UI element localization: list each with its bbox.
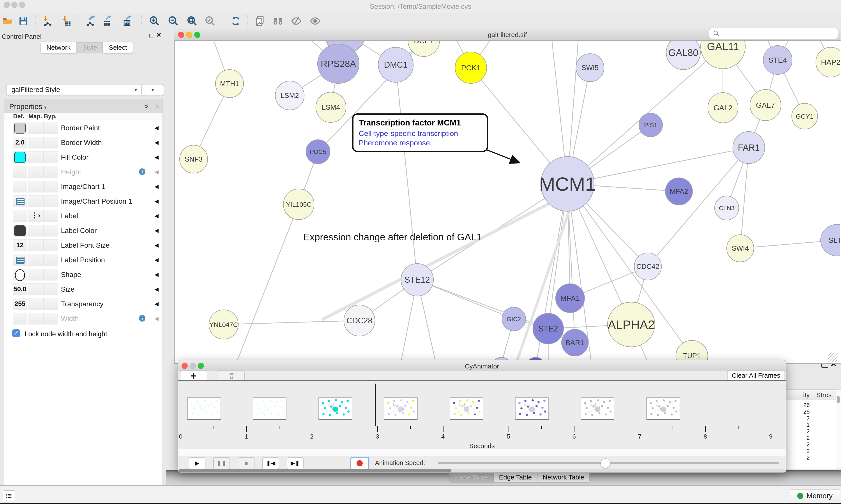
property-row-label-color[interactable]: Label Color◀ [4, 223, 162, 238]
bypass-cell[interactable] [43, 239, 58, 251]
mapping-cell[interactable] [28, 298, 42, 310]
expand-property-icon[interactable]: ◀ [155, 316, 159, 322]
network-canvas[interactable]: RPS28ADMC1DCP1PCK1SWI5GAL80GAL11STE4HAP2… [175, 41, 840, 363]
clone-network-icon[interactable] [254, 15, 266, 27]
expand-property-icon[interactable]: ◀ [155, 301, 159, 307]
tab-edge-table[interactable]: Edge Table [494, 472, 537, 483]
style-selector-dropdown[interactable]: galFiltered Style ▾ [6, 84, 142, 96]
record-button[interactable] [351, 457, 369, 471]
default-value-cell[interactable] [13, 166, 27, 178]
tab-network-table[interactable]: Network Table [537, 472, 590, 483]
export-image-icon[interactable] [122, 15, 133, 27]
timeline-ruler[interactable] [178, 426, 786, 426]
find-icon[interactable] [272, 15, 284, 27]
table-cell-value[interactable]: 2 [787, 428, 810, 435]
table-scrollbar[interactable] [836, 390, 841, 469]
add-frame-button[interactable] [180, 371, 207, 381]
mapping-cell[interactable] [28, 151, 42, 163]
bypass-cell[interactable] [43, 269, 58, 281]
annotation-link-1[interactable]: Cell-type-specific transcription [359, 129, 481, 138]
table-scrollbar-thumb[interactable] [837, 396, 840, 403]
default-value-cell[interactable] [13, 122, 27, 134]
annotation-link-2[interactable]: Pheromone response [359, 139, 481, 147]
timeline-scrollbar-thumb[interactable] [179, 469, 451, 472]
default-value-cell[interactable] [13, 269, 27, 281]
zoom-selected-icon[interactable] [204, 15, 216, 27]
stop-button[interactable]: ■ [238, 457, 254, 469]
pause-button[interactable]: ❚❚ [213, 457, 230, 469]
default-value-cell[interactable]: 2.0 [13, 137, 27, 148]
style-options-button[interactable]: ▾ [141, 84, 164, 96]
save-icon[interactable] [18, 15, 29, 27]
table-cell-value[interactable]: 25 [787, 408, 810, 415]
default-value-cell[interactable]: 50.0 [13, 283, 27, 295]
tab-style[interactable]: Style [76, 41, 103, 53]
default-value-cell[interactable]: 255 [13, 298, 27, 310]
tab-node-table[interactable]: Node Table [449, 472, 494, 483]
table-cell-value[interactable]: 2 [787, 448, 810, 454]
collapse-all-icon[interactable]: » [152, 104, 161, 108]
export-table-icon[interactable] [102, 15, 113, 27]
show-icon[interactable] [309, 15, 321, 27]
bypass-cell[interactable] [43, 283, 58, 295]
mapping-cell[interactable] [28, 254, 42, 266]
mapping-cell[interactable] [28, 313, 42, 324]
table-cell-value[interactable]: 2 [787, 415, 810, 422]
mapping-cell[interactable] [28, 166, 42, 178]
expand-property-icon[interactable]: ◀ [155, 183, 159, 190]
bypass-cell[interactable] [43, 210, 58, 222]
table-cell-value[interactable]: 2 [787, 441, 810, 448]
property-row-height[interactable]: Heighti◀ [4, 164, 162, 180]
skip-end-button[interactable]: ▶❚ [287, 457, 304, 469]
bypass-cell[interactable] [43, 122, 58, 134]
import-network-icon[interactable] [41, 15, 53, 27]
expand-property-icon[interactable]: ◀ [155, 213, 159, 219]
default-value-cell[interactable]: 12 [13, 239, 27, 251]
property-row-image-chart-1[interactable]: Image/Chart 1◀ [4, 179, 162, 194]
network-edge[interactable] [236, 204, 299, 363]
search-input[interactable] [709, 28, 838, 39]
bypass-cell[interactable] [43, 224, 58, 236]
property-row-label[interactable]: ⋮›Label◀ [4, 209, 162, 223]
mapping-cell[interactable] [28, 283, 42, 295]
zoom-fit-icon[interactable] [186, 15, 198, 27]
bypass-cell[interactable] [43, 137, 58, 148]
network-edge[interactable] [223, 321, 359, 324]
property-row-fill-color[interactable]: Fill Color◀ [4, 150, 162, 165]
network-edge-band[interactable] [322, 198, 560, 320]
property-row-image-chart-position-1[interactable]: Image/Chart Position 1◀ [4, 194, 162, 209]
tab-select[interactable]: Select [103, 41, 133, 53]
mapping-cell[interactable]: ⋮› [28, 210, 42, 222]
delete-frame-button[interactable] [218, 371, 245, 381]
mapping-cell[interactable] [28, 137, 42, 148]
frame-thumbnail-4[interactable] [384, 397, 418, 420]
bypass-cell[interactable] [43, 181, 58, 193]
table-cell-value[interactable]: 2 [787, 435, 810, 442]
property-row-shape[interactable]: Shape◀ [4, 267, 162, 282]
animation-speed-slider-thumb[interactable] [601, 458, 610, 468]
network-edge[interactable] [417, 280, 548, 329]
zoom-in-icon[interactable] [148, 15, 160, 27]
play-button[interactable]: ▶ [189, 457, 205, 469]
memory-button[interactable]: Memory [790, 489, 840, 502]
default-value-cell[interactable] [13, 224, 27, 236]
property-row-width[interactable]: Widthi◀ [4, 311, 162, 326]
frame-thumbnail-8[interactable] [646, 397, 680, 420]
table-cell-value[interactable]: 26 [787, 402, 810, 409]
bypass-cell[interactable] [43, 166, 58, 178]
timeline-playhead[interactable] [375, 383, 376, 426]
frame-thumbnail-2[interactable] [253, 397, 286, 420]
property-row-size[interactable]: 50.0Size◀ [4, 282, 162, 297]
resize-grip[interactable] [828, 353, 838, 362]
float-panel-icon[interactable]: □ [149, 32, 153, 38]
close-panel-icon[interactable]: ✕ [156, 32, 161, 38]
table-cell-value[interactable]: 1 [787, 421, 810, 428]
export-network-icon[interactable] [85, 15, 97, 27]
info-icon[interactable]: i [139, 315, 145, 322]
mapping-cell[interactable] [28, 195, 42, 207]
property-row-label-font-size[interactable]: 12Label Font Size◀ [4, 238, 162, 253]
refresh-icon[interactable] [230, 15, 242, 27]
expand-property-icon[interactable]: ◀ [155, 228, 159, 234]
property-row-border-paint[interactable]: Border Paint◀ [4, 121, 162, 136]
expand-property-icon[interactable]: ◀ [155, 140, 159, 146]
